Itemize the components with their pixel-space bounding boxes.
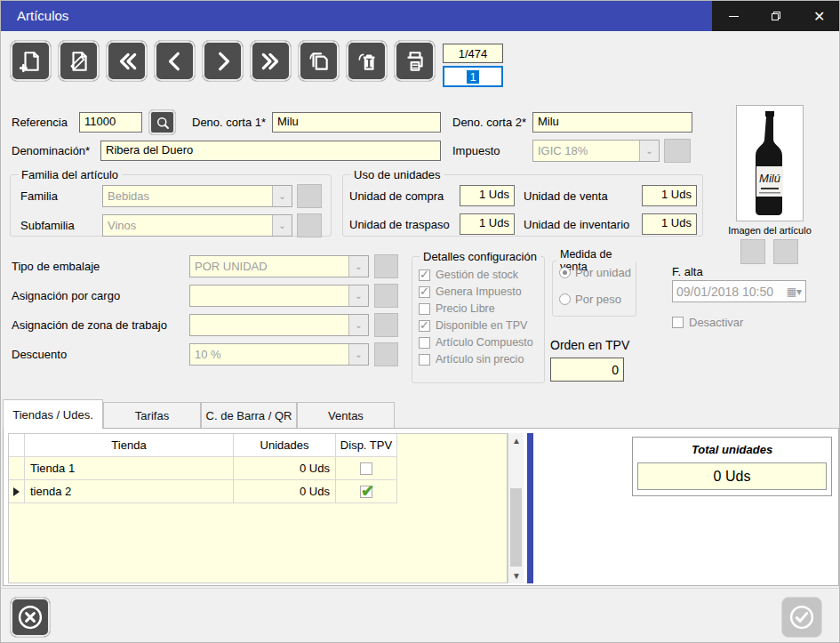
green-check-icon: ✔: [361, 485, 374, 497]
checkbox-articulo-sin-precio[interactable]: [419, 354, 430, 366]
checkbox-desactivar[interactable]: [672, 317, 684, 328]
denominacion-input[interactable]: Ribera del Duero: [100, 141, 441, 161]
record-number-input[interactable]: 1: [443, 66, 503, 87]
last-record-button[interactable]: [250, 40, 292, 82]
image-clear-button[interactable]: [773, 239, 798, 264]
table-row[interactable]: tienda 2 0 Uds ✔: [9, 480, 507, 503]
descuento-aux-button[interactable]: [374, 342, 398, 366]
col-header-tienda[interactable]: Tienda: [25, 434, 234, 457]
printer-icon: [404, 50, 427, 73]
calendar-icon: ▦▾: [787, 285, 802, 298]
gestion-stock-label: Gestión de stock: [436, 269, 518, 281]
f-alta-datefield[interactable]: 09/01/2018 10:50 ▦▾: [672, 280, 806, 302]
restore-button[interactable]: [755, 1, 797, 31]
svg-text:Milú: Milú: [759, 172, 780, 185]
orden-tpv-input[interactable]: 0: [550, 358, 624, 382]
unidad-inventario-label: Unidad de inventario: [524, 218, 629, 231]
cell-unidades: 0 Uds: [234, 457, 336, 480]
next-record-button[interactable]: [202, 40, 244, 82]
asignacion-cargo-dropdown[interactable]: ⌄: [189, 285, 369, 307]
tab-tiendas-udes[interactable]: Tiendas / Udes.: [3, 399, 103, 429]
referencia-input[interactable]: 11000: [79, 112, 142, 133]
articulos-window: Artículos ✕ 1/474 1 Referencia 11000 De: [0, 0, 840, 643]
radio-por-unidad[interactable]: [559, 267, 571, 278]
tab-tarifas[interactable]: Tarifas: [103, 402, 201, 429]
impuesto-dropdown[interactable]: IGIC 18% ⌄: [532, 140, 660, 162]
copy-icon: [308, 50, 331, 73]
cell-tienda: Tienda 1: [25, 457, 234, 480]
familia-aux-button[interactable]: [297, 184, 322, 208]
subfamilia-aux-button[interactable]: [297, 213, 322, 237]
table-row[interactable]: Tienda 1 0 Uds: [9, 457, 507, 480]
config-group-legend: Detalles configuración: [420, 250, 540, 263]
close-icon: ✕: [813, 8, 825, 25]
close-window-button[interactable]: ✕: [798, 1, 840, 31]
accept-button[interactable]: [781, 597, 822, 638]
scroll-up-icon[interactable]: ▲: [508, 433, 524, 448]
total-unidades-value: 0 Uds: [637, 462, 827, 490]
radio-por-peso[interactable]: [559, 293, 571, 305]
deno-corta-1-label: Deno. corta 1*: [192, 116, 266, 129]
scrollbar-thumb[interactable]: [510, 488, 522, 567]
cell-disp-tpv[interactable]: [336, 457, 397, 480]
tipo-embalaje-aux-button[interactable]: [374, 254, 398, 278]
asignacion-zona-aux-button[interactable]: [374, 313, 398, 337]
delete-record-button[interactable]: [346, 40, 388, 82]
deno-corta-1-input[interactable]: Milu: [272, 112, 441, 133]
tipo-embalaje-value: POR UNIDAD: [190, 260, 348, 273]
col-header-unidades[interactable]: Unidades: [234, 434, 336, 457]
table-scrollbar[interactable]: ▲ ▼: [508, 433, 524, 583]
unidad-traspaso-input[interactable]: 1 Uds: [460, 213, 515, 235]
circle-x-icon: [17, 604, 44, 631]
col-header-disp-tpv[interactable]: Disp. TPV: [336, 434, 397, 457]
new-record-button[interactable]: [10, 40, 52, 82]
subfamilia-dropdown[interactable]: Vinos ⌄: [102, 214, 292, 237]
checkbox-articulo-compuesto[interactable]: [419, 337, 430, 349]
asignacion-zona-dropdown[interactable]: ⌄: [189, 314, 369, 336]
chevron-down-icon: ⌄: [272, 186, 292, 206]
checkbox-genera-impuesto[interactable]: [419, 286, 430, 298]
checkbox-gestion-stock[interactable]: [419, 269, 430, 281]
asignacion-cargo-aux-button[interactable]: [374, 284, 398, 308]
tab-c-de-barra-qr[interactable]: C. de Barra / QR: [201, 402, 297, 429]
total-unidades-panel: Total unidades 0 Uds: [632, 437, 832, 496]
close-form-button[interactable]: [10, 597, 51, 638]
articulo-sin-precio-label: Artículo sin precio: [436, 353, 524, 366]
desactivar-label: Desactivar: [689, 316, 743, 329]
impuesto-aux-button[interactable]: [664, 139, 691, 163]
deno-corta-2-input[interactable]: Milu: [532, 112, 692, 133]
denominacion-label: Denominación*: [12, 144, 90, 157]
cell-disp-tpv[interactable]: ✔: [336, 480, 397, 503]
checkbox-precio-libre[interactable]: [419, 303, 430, 315]
descuento-dropdown[interactable]: 10 % ⌄: [189, 343, 369, 366]
search-reference-button[interactable]: [148, 109, 176, 135]
circle-check-icon: [788, 604, 815, 631]
disp-tpv-checkbox[interactable]: [360, 462, 372, 475]
tipo-embalaje-dropdown[interactable]: POR UNIDAD ⌄: [189, 255, 369, 277]
unidad-venta-input[interactable]: 1 Uds: [642, 185, 697, 206]
deno-corta-2-label: Deno. corta 2*: [452, 116, 526, 129]
unidad-inventario-input[interactable]: 1 Uds: [642, 213, 697, 235]
chevron-down-icon: ⌄: [348, 256, 368, 277]
cell-tienda: tienda 2: [25, 480, 234, 503]
minimize-button[interactable]: [712, 1, 755, 31]
previous-record-button[interactable]: [154, 40, 196, 82]
checkbox-disponible-tpv[interactable]: [419, 320, 430, 332]
tab-ventas[interactable]: Ventas: [297, 402, 395, 429]
scroll-down-icon[interactable]: ▼: [508, 568, 524, 583]
first-record-button[interactable]: [106, 40, 148, 82]
familia-group-legend: Familia del artículo: [18, 168, 122, 181]
disp-tpv-checkbox[interactable]: ✔: [360, 486, 372, 498]
panel-splitter[interactable]: [527, 433, 533, 583]
asignacion-cargo-label: Asignación por cargo: [12, 289, 120, 302]
unidad-compra-input[interactable]: 1 Uds: [460, 185, 515, 206]
print-button[interactable]: [394, 40, 436, 82]
window-title: Artículos: [17, 8, 68, 23]
tipo-embalaje-label: Tipo de embalaje: [12, 260, 100, 273]
chevron-right-icon: [212, 50, 235, 73]
familia-dropdown[interactable]: Bebidas ⌄: [102, 185, 292, 207]
copy-record-button[interactable]: [298, 40, 340, 82]
edit-record-button[interactable]: [58, 40, 100, 82]
familia-value: Bebidas: [103, 189, 272, 203]
image-load-button[interactable]: [740, 239, 765, 264]
